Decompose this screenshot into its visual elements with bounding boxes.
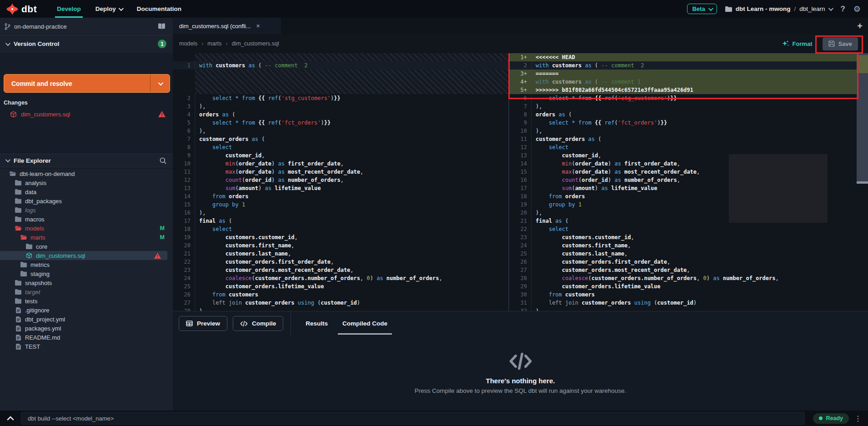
code-line-7[interactable]: 7customer_orders as ( <box>173 135 508 143</box>
code-line-22[interactable]: 22 customer_orders.first_order_date, <box>173 258 508 266</box>
code-line-4[interactable]: 4+with customers as ( -- comment 1 <box>509 78 868 86</box>
code-line-31[interactable]: 31 left join customer_orders using (cust… <box>509 299 868 307</box>
tree-item-readme-md[interactable]: README.md <box>0 333 173 342</box>
tree-item-metrics[interactable]: metrics <box>0 260 173 269</box>
tree-item-dbt-project-yml[interactable]: dbt_project.yml <box>0 315 173 324</box>
code-line-28[interactable]: 28) <box>173 307 508 311</box>
version-control-header[interactable]: Version Control 1 <box>0 35 173 53</box>
tree-item-tests[interactable]: tests <box>0 296 173 306</box>
editor-pane-current[interactable]: 1with customers as ( -- comment 22 selec… <box>173 53 508 311</box>
format-button[interactable]: Format <box>782 40 813 47</box>
code-line-14[interactable]: 14 from orders <box>173 192 508 200</box>
code-line-21[interactable]: 21 customers.last_name, <box>173 250 508 258</box>
code-line-10[interactable]: 10 min(order_date) as first_order_date, <box>173 160 508 168</box>
code-line-8[interactable]: 8orders as ( <box>509 110 868 119</box>
code-line-2[interactable]: 2 select * from {{ ref('stg_customers')}… <box>173 94 508 102</box>
code-line-13[interactable]: 13 sum(amount) as lifetime_value <box>173 184 508 192</box>
breadcrumb-marts[interactable]: marts <box>207 40 221 47</box>
search-icon[interactable] <box>160 157 166 164</box>
code-line-16[interactable]: 16), <box>173 209 508 217</box>
tree-item-staging[interactable]: staging <box>0 269 173 278</box>
code-line-12[interactable]: 12 select <box>509 143 868 151</box>
dbt-brand[interactable]: dbt <box>6 3 37 15</box>
breadcrumb-models[interactable]: models <box>179 40 197 47</box>
gear-icon[interactable]: ⚙ <box>853 4 861 14</box>
code-line-5[interactable]: 5+>>>>>>> b81f802a66fd544504c65721e3ffaa… <box>509 86 868 94</box>
command-input[interactable] <box>21 412 805 425</box>
file-explorer-header[interactable]: File Explorer <box>0 154 173 167</box>
tree-item-packages-yml[interactable]: packages.yml <box>0 324 173 333</box>
tree-item-data[interactable]: data <box>0 187 173 196</box>
docs-book-icon[interactable] <box>158 23 166 30</box>
tree-item-snapshots[interactable]: snapshots <box>0 278 173 287</box>
code-line-3[interactable]: 3), <box>173 102 508 110</box>
scrollbar-track[interactable] <box>857 53 868 181</box>
code-line-24[interactable]: 24 coalesce(customer_orders.number_of_or… <box>173 274 508 282</box>
code-line-27[interactable]: 27 left join customer_orders using (cust… <box>173 299 508 307</box>
tree-item-marts[interactable]: martsM <box>0 233 173 242</box>
tree-item-logs[interactable]: logs <box>0 205 173 215</box>
beta-badge[interactable]: Beta <box>687 4 717 14</box>
code-line-2[interactable]: 2with customers as ( -- comment 2 <box>509 61 868 70</box>
code-line-24[interactable]: 24 customers.first_name, <box>509 241 868 250</box>
tab-results[interactable]: Results <box>306 311 328 336</box>
tree-item-test[interactable]: TEST <box>0 342 173 351</box>
tree-item-dbt-packages[interactable]: dbt_packages <box>0 196 173 205</box>
tree-item-macros[interactable]: macros <box>0 215 173 224</box>
new-tab-icon[interactable]: + <box>857 21 863 31</box>
code-line-8[interactable]: 8 select <box>173 143 508 151</box>
code-line-30[interactable]: 30 from customers <box>509 291 868 299</box>
code-line-5[interactable]: 5 select * from {{ ref('fct_orders')}} <box>173 119 508 127</box>
code-line-32[interactable]: 32) <box>509 307 868 311</box>
changed-file-row[interactable]: dim_customers.sql <box>0 108 173 120</box>
connection-status-badge[interactable]: Ready <box>813 413 849 424</box>
code-line-17[interactable]: 17final as ( <box>173 217 508 225</box>
code-line-25[interactable]: 25 customer_orders.lifetime_value <box>173 282 508 291</box>
tree-item-models[interactable]: modelsM <box>0 224 173 233</box>
project-selector[interactable]: dbt Learn - mwong / dbt_learn <box>725 5 833 12</box>
tree-item-core[interactable]: core <box>0 242 173 251</box>
code-line-22[interactable]: 22 select <box>509 225 868 233</box>
code-line-9[interactable]: 9 select * from {{ ref('fct_orders')}} <box>509 119 868 127</box>
code-line-18[interactable]: 18 select <box>173 225 508 233</box>
code-line-29[interactable]: 29 customer_orders.lifetime_value <box>509 282 868 291</box>
save-button[interactable]: Save <box>823 37 858 50</box>
code-line-1[interactable]: 1+<<<<<<< HEAD <box>509 53 868 61</box>
scrollbar-thumb[interactable] <box>857 181 868 184</box>
code-line-6[interactable]: 6 select * from {{ ref('stg_customers')}… <box>509 94 868 102</box>
code-line-11[interactable]: 11customer_orders as ( <box>509 135 868 143</box>
code-line-9[interactable]: 9 customer_id, <box>173 151 508 160</box>
tree-item-analysis[interactable]: analysis <box>0 178 173 187</box>
code-line-3[interactable]: 3+======= <box>509 70 868 78</box>
close-tab-icon[interactable]: × <box>256 22 260 30</box>
nav-item-deploy[interactable]: Deploy <box>95 0 122 18</box>
code-line-7[interactable]: 7), <box>509 102 868 110</box>
breadcrumb-file[interactable]: dim_customers.sql <box>232 40 279 47</box>
code-line-11[interactable]: 11 max(order_date) as most_recent_order_… <box>173 168 508 176</box>
code-line-27[interactable]: 27 customer_orders.most_recent_order_dat… <box>509 266 868 274</box>
tab-dim-customers[interactable]: dim_customers.sql (confli... × <box>173 18 281 34</box>
code-line-4[interactable]: 4orders as ( <box>173 110 508 119</box>
code-line-23[interactable]: 23 customers.customer_id, <box>509 233 868 241</box>
code-line-15[interactable]: 15 group by 1 <box>173 200 508 209</box>
preview-button[interactable]: Preview <box>179 316 227 331</box>
code-line-23[interactable]: 23 customer_orders.most_recent_order_dat… <box>173 266 508 274</box>
help-icon[interactable]: ? <box>840 5 845 14</box>
tree-item--gitignore[interactable]: .gitignore <box>0 306 173 315</box>
code-line-10[interactable]: 10), <box>509 127 868 135</box>
nav-item-develop[interactable]: Develop <box>57 0 81 18</box>
tab-compiled-code[interactable]: Compiled Code <box>342 311 387 336</box>
branch-row[interactable]: on-demand-practice <box>0 18 173 35</box>
code-line-20[interactable]: 20 customers.first_name, <box>173 241 508 250</box>
code-line-6[interactable]: 6), <box>173 127 508 135</box>
code-line-1[interactable]: 1with customers as ( -- comment 2 <box>173 61 508 70</box>
code-line-26[interactable]: 26 from customers <box>173 291 508 299</box>
tree-item-dim-customers-sql[interactable]: dim_customers.sql <box>0 251 167 260</box>
compile-button[interactable]: Compile <box>233 316 283 331</box>
kebab-menu-icon[interactable]: ⋮ <box>854 414 862 423</box>
tree-item-target[interactable]: target <box>0 287 173 296</box>
chevron-up-icon[interactable] <box>0 416 21 421</box>
code-line-28[interactable]: 28 coalesce(customer_orders.number_of_or… <box>509 274 868 282</box>
tree-item-dbt-learn-on-demand[interactable]: dbt-learn-on-demand <box>0 169 173 178</box>
code-line-19[interactable]: 19 customers.customer_id, <box>173 233 508 241</box>
